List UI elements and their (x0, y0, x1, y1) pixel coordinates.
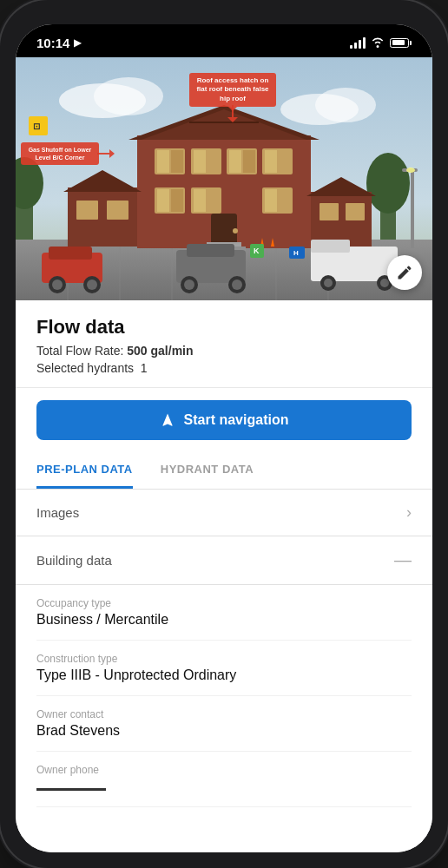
svg-rect-53 (49, 247, 92, 260)
construction-type-value: Type IIIB - Unprotected Ordinary (36, 667, 412, 683)
owner-phone-label: Owner phone (36, 764, 412, 776)
svg-point-57 (87, 279, 97, 290)
svg-rect-47 (107, 201, 128, 220)
owner-contact-label: Owner contact (36, 708, 412, 720)
battery-icon (390, 38, 412, 48)
images-chevron-icon: › (406, 503, 412, 522)
selected-hydrants-stat: Selected hydrants 1 (36, 361, 412, 375)
status-time: 10:14 ▶ (36, 36, 81, 50)
svg-rect-32 (157, 189, 169, 212)
status-icons (350, 36, 412, 49)
svg-rect-65 (311, 240, 350, 253)
svg-point-2 (94, 77, 163, 115)
gas-annotation: Gas Shutoff on Lower Level B/C Corner (21, 142, 99, 165)
content-area: Flow data Total Flow Rate: 500 gal/min S… (16, 300, 432, 852)
svg-rect-30 (279, 150, 291, 173)
svg-point-8 (366, 153, 410, 214)
flow-section: Flow data Total Flow Rate: 500 gal/min S… (16, 300, 432, 388)
svg-rect-29 (265, 150, 277, 173)
svg-text:H: H (293, 249, 299, 257)
svg-point-67 (324, 279, 333, 287)
building-fields-group: Occupancy type Business / Mercantile Con… (16, 585, 432, 807)
wifi-icon (371, 37, 385, 48)
svg-rect-38 (265, 189, 277, 212)
signal-bars (350, 36, 366, 49)
phone-frame: 10:14 ▶ (0, 0, 448, 868)
svg-rect-26 (229, 150, 241, 173)
svg-rect-59 (187, 244, 234, 257)
edit-button[interactable] (387, 255, 422, 290)
owner-phone-field: Owner phone (36, 752, 412, 807)
svg-marker-83 (227, 117, 238, 122)
svg-rect-39 (279, 189, 291, 212)
images-label: Images (36, 505, 79, 520)
flow-rate-stat: Total Flow Rate: 500 gal/min (36, 344, 412, 358)
svg-rect-24 (208, 150, 220, 173)
svg-rect-27 (243, 150, 255, 173)
svg-point-55 (52, 279, 63, 290)
svg-text:K: K (254, 247, 260, 255)
svg-point-63 (232, 279, 242, 290)
svg-rect-51 (346, 203, 365, 220)
occupancy-type-field: Occupancy type Business / Mercantile (36, 585, 412, 641)
location-icon: ▶ (74, 37, 81, 49)
svg-rect-72 (411, 170, 414, 248)
svg-point-4 (315, 88, 376, 122)
tab-hydrant[interactable]: HYDRANT DATA (161, 452, 254, 489)
nav-btn-container: Start navigation (16, 388, 432, 452)
images-section-row[interactable]: Images › (16, 490, 432, 536)
svg-point-41 (233, 228, 238, 233)
svg-point-61 (184, 279, 194, 290)
svg-text:⊡: ⊡ (33, 122, 40, 131)
svg-point-69 (380, 279, 389, 287)
navigation-arrow-icon (160, 412, 175, 428)
roof-annotation: Roof access hatch on flat roof beneath f… (189, 73, 276, 107)
svg-rect-33 (171, 189, 183, 212)
svg-rect-35 (194, 189, 206, 212)
owner-contact-field: Owner contact Brad Stevens (36, 696, 412, 752)
tab-preplan[interactable]: PRE-PLAN DATA (36, 452, 133, 489)
flow-title: Flow data (36, 316, 412, 339)
building-image: H K ⊡ Roof access hatch on flat roof ben… (16, 57, 432, 300)
occupancy-type-value: Business / Mercantile (36, 612, 412, 628)
svg-rect-20 (157, 150, 169, 173)
construction-type-label: Construction type (36, 653, 412, 665)
tabs-container: PRE-PLAN DATA HYDRANT DATA (16, 452, 432, 490)
owner-contact-value: Brad Stevens (36, 723, 412, 739)
svg-rect-23 (194, 150, 206, 173)
pencil-icon (396, 264, 413, 281)
occupancy-type-label: Occupancy type (36, 597, 412, 609)
start-navigation-button[interactable]: Start navigation (36, 400, 412, 440)
owner-phone-value (36, 779, 412, 794)
building-data-collapse-icon: — (394, 550, 412, 570)
svg-marker-85 (109, 149, 115, 158)
svg-point-74 (406, 168, 415, 173)
construction-type-field: Construction type Type IIIB - Unprotecte… (36, 641, 412, 696)
svg-rect-46 (76, 201, 98, 220)
building-data-section-row[interactable]: Building data — (16, 536, 432, 585)
svg-rect-50 (320, 203, 339, 220)
building-data-label: Building data (36, 553, 112, 568)
notch (172, 24, 276, 47)
phone-screen: 10:14 ▶ (16, 24, 432, 852)
svg-rect-36 (208, 189, 220, 212)
svg-rect-21 (171, 150, 183, 173)
